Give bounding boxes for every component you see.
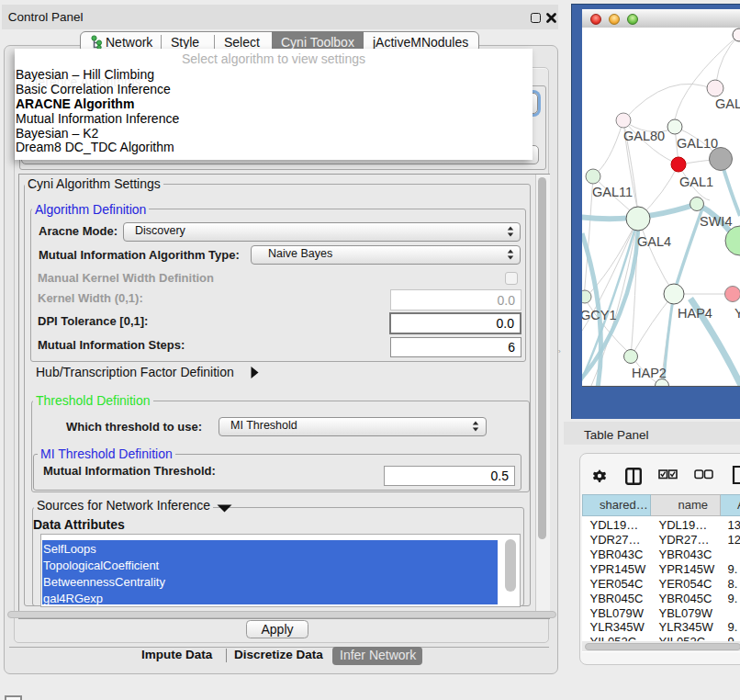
svg-text:GAL10: GAL10 [677,136,718,151]
svg-text:GAL11: GAL11 [592,185,633,199]
svg-text:GCY1: GCY1 [582,308,617,322]
svg-text:GAL1: GAL1 [679,175,713,189]
svg-text:Y: Y [734,306,740,321]
svg-text:SWI4: SWI4 [700,214,732,229]
svg-text:HAP2: HAP2 [632,366,667,380]
svg-text:GAL: GAL [715,96,740,111]
svg-text:HAP4: HAP4 [678,306,712,321]
svg-text:GAL80: GAL80 [623,129,665,143]
svg-text:GAL4: GAL4 [637,234,671,249]
